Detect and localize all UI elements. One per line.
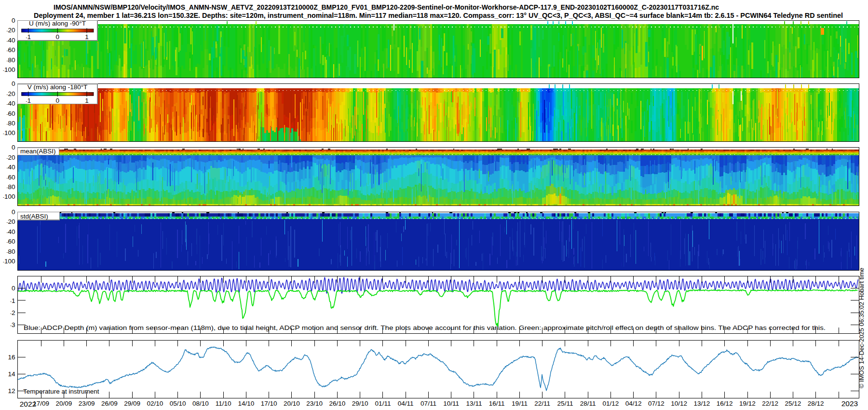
- svg-text:14/10: 14/10: [238, 400, 255, 407]
- svg-text:22/11: 22/11: [534, 400, 550, 407]
- svg-text:29/09: 29/09: [124, 400, 140, 407]
- svg-text:std(ABSI): std(ABSI): [20, 213, 48, 220]
- svg-text:26/09: 26/09: [101, 400, 118, 407]
- svg-text:05/10: 05/10: [170, 400, 186, 407]
- svg-text:-80: -80: [6, 248, 15, 255]
- svg-text:04/12: 04/12: [625, 400, 642, 407]
- svg-text:-80: -80: [6, 120, 15, 127]
- svg-text:-60: -60: [6, 110, 15, 117]
- svg-text:2023: 2023: [841, 399, 858, 408]
- svg-text:© IMOS 14-Dec-2025 06:35:02 Ho: © IMOS 14-Dec-2025 06:35:02 Hobart time: [858, 268, 865, 388]
- svg-text:07/11: 07/11: [420, 400, 436, 407]
- svg-text:01/11: 01/11: [375, 400, 391, 407]
- svg-text:1: 1: [85, 33, 89, 41]
- svg-text:22/12: 22/12: [762, 400, 778, 407]
- svg-text:16/12: 16/12: [717, 400, 733, 407]
- svg-text:-60: -60: [6, 174, 15, 181]
- svg-text:16: 16: [8, 354, 15, 361]
- svg-text:0: 0: [56, 33, 60, 41]
- svg-text:0: 0: [12, 285, 15, 292]
- svg-text:-100: -100: [3, 129, 15, 137]
- svg-text:-100: -100: [3, 66, 15, 73]
- svg-text:10/11: 10/11: [443, 400, 459, 407]
- svg-text:13/12: 13/12: [694, 400, 710, 407]
- svg-text:26/10: 26/10: [329, 400, 346, 407]
- svg-text:23/10: 23/10: [306, 400, 323, 407]
- svg-text:mean(ABSI): mean(ABSI): [20, 148, 56, 155]
- svg-text:2022: 2022: [20, 400, 36, 408]
- svg-text:0: 0: [12, 144, 15, 151]
- svg-text:13/11: 13/11: [466, 400, 482, 407]
- svg-text:08/10: 08/10: [192, 400, 209, 407]
- svg-text:19/12: 19/12: [739, 400, 756, 407]
- svg-text:-40: -40: [6, 228, 15, 235]
- svg-text:14: 14: [8, 370, 15, 378]
- svg-text:07/12: 07/12: [648, 400, 665, 407]
- svg-text:20/10: 20/10: [284, 400, 300, 407]
- svg-text:28/11: 28/11: [580, 400, 596, 407]
- svg-text:-20: -20: [6, 27, 15, 34]
- svg-text:04/11: 04/11: [398, 400, 414, 407]
- svg-text:-100: -100: [3, 193, 15, 200]
- svg-text:0: 0: [12, 17, 15, 24]
- svg-text:-20: -20: [6, 154, 15, 161]
- svg-text:Deployment 24, member 1 lat=36: Deployment 24, member 1 lat=36.21S lon=1…: [34, 11, 843, 19]
- svg-text:12: 12: [8, 387, 15, 395]
- svg-text:Temperature at instrument: Temperature at instrument: [23, 388, 99, 395]
- svg-text:Blue: ADCP Depth (m) variation: Blue: ADCP Depth (m) variation from sens…: [24, 324, 826, 331]
- svg-text:0: 0: [56, 97, 60, 104]
- svg-text:29/10: 29/10: [352, 400, 368, 407]
- svg-text:25/11: 25/11: [557, 400, 573, 407]
- svg-text:11/10: 11/10: [216, 400, 231, 407]
- svg-text:28/12: 28/12: [808, 400, 824, 407]
- svg-text:23/09: 23/09: [79, 400, 95, 407]
- svg-text:-20: -20: [6, 90, 15, 97]
- svg-text:-60: -60: [6, 238, 15, 245]
- svg-text:-80: -80: [6, 56, 15, 64]
- svg-text:-60: -60: [6, 46, 15, 54]
- svg-text:V (m/s) along -180°T: V (m/s) along -180°T: [27, 83, 88, 91]
- svg-text:-40: -40: [6, 37, 15, 44]
- svg-text:1: 1: [85, 97, 89, 104]
- svg-text:19/11: 19/11: [512, 400, 528, 407]
- svg-text:17/10: 17/10: [261, 400, 277, 407]
- svg-text:16/11: 16/11: [489, 400, 505, 407]
- svg-text:0: 0: [12, 80, 15, 87]
- svg-text:02/10: 02/10: [147, 400, 163, 407]
- svg-text:IMOS/ANMN/NSW/BMP120/Velocity/: IMOS/ANMN/NSW/BMP120/Velocity/IMOS_ANMN-…: [54, 3, 719, 11]
- svg-text:-20: -20: [6, 218, 15, 225]
- svg-text:25/12: 25/12: [785, 400, 801, 407]
- svg-text:-40: -40: [6, 100, 15, 107]
- svg-text:-80: -80: [6, 183, 15, 191]
- svg-text:10/12: 10/12: [671, 400, 687, 407]
- svg-text:20/09: 20/09: [56, 400, 72, 407]
- svg-text:-40: -40: [6, 164, 15, 171]
- svg-text:-100: -100: [3, 258, 15, 265]
- svg-text:01/12: 01/12: [603, 400, 619, 407]
- svg-text:U (m/s) along -90°T: U (m/s) along -90°T: [29, 20, 86, 27]
- svg-text:0: 0: [12, 208, 15, 216]
